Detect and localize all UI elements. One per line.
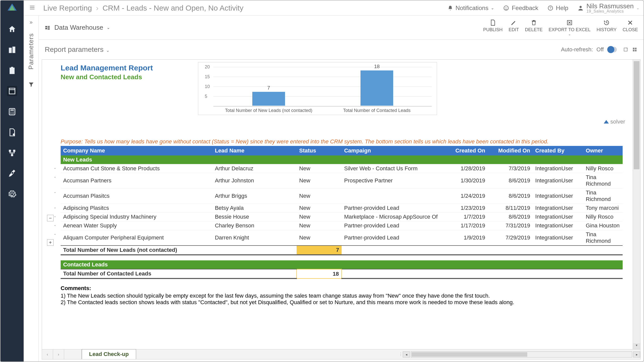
workflow-icon[interactable] [7,148,17,158]
svg-rect-3 [10,110,14,111]
svg-point-19 [580,6,582,8]
svg-point-7 [10,113,11,114]
comments-block: Comments: 1) The New Leads section shoul… [61,285,630,306]
calculator-icon[interactable] [7,107,17,117]
leads-table: Company Name Lead Name Status Campaign C… [61,146,623,279]
svg-point-5 [12,112,12,112]
report-params-bar: Report parameters⌄ Auto-refresh: Off [39,40,643,59]
hscroll-thumb[interactable] [412,352,527,357]
col-owner[interactable]: Owner [583,146,623,155]
close-button[interactable]: CLOSE [623,19,638,36]
auto-refresh-state: Off [596,46,604,53]
svg-rect-12 [13,150,15,152]
popout-icon[interactable] [623,47,628,52]
table-row[interactable]: Accumsan PartnersArthur JohnstonNewProsp… [61,173,623,188]
auto-refresh-toggle[interactable] [607,47,617,52]
col-status[interactable]: Status [297,146,342,155]
user-doc-icon[interactable] [7,127,17,137]
sheet-tab-active[interactable]: Lead Check-up [82,349,136,359]
svg-text:?: ? [549,6,551,10]
filter-icon[interactable] [28,82,34,89]
report-purpose: Purpose: Tells us how many leads have go… [61,138,630,145]
hscroll-left-icon[interactable]: ◂ [403,351,410,357]
help-button[interactable]: ? Help [547,5,568,12]
chevron-down-icon: ⌄ [491,6,494,10]
svg-rect-24 [635,50,636,51]
history-icon [603,19,610,26]
report-viewport: Lead Management Report New and Contacted… [42,59,640,359]
delete-button[interactable]: DELETE [525,19,543,36]
chevron-down-icon: ⌄ [107,25,110,30]
total-contacted-row: Total Number of Contacted Leads18 [61,269,623,278]
comment-line: 1) The New Leads section should typicall… [61,293,630,299]
col-lead[interactable]: Lead Name [212,146,297,155]
smile-icon [503,5,509,11]
collapse-new-leads-button[interactable]: − [47,215,54,221]
chevron-down-icon: ⌄ [568,32,571,36]
feedback-button[interactable]: Feedback [503,5,538,12]
edit-button[interactable]: EDIT [509,19,519,36]
table-row[interactable]: Contacted Leads [61,260,623,269]
tab-prev-button[interactable]: ‹ [42,349,53,359]
breadcrumb-root[interactable]: Live Reporting [43,4,92,12]
history-button[interactable]: HISTORY [597,19,617,36]
home-icon[interactable] [7,24,17,34]
svg-point-14 [504,6,508,10]
svg-point-15 [505,7,506,8]
trash-icon [531,19,537,26]
svg-rect-11 [9,150,11,152]
vertical-scrollbar[interactable]: ▾ [633,60,640,349]
report-sheet: Lead Management Report New and Contacted… [42,60,640,349]
parameters-panel-collapsed: » Parameters [24,16,39,361]
grid-icon[interactable] [632,47,637,52]
table-row[interactable]: Aliquam Computer Peripheral EquipmentDar… [61,230,623,246]
scrollbar-thumb[interactable] [634,61,639,169]
app-logo[interactable] [7,2,17,12]
clipboard-icon[interactable] [7,65,17,75]
building-icon[interactable] [7,45,17,55]
auto-refresh-label: Auto-refresh: [561,46,593,53]
settings-icon[interactable] [7,189,17,199]
export-excel-button[interactable]: EXPORT TO EXCEL⌄ [549,19,591,36]
topbar: Live Reporting › CRM - Leads - New and O… [24,1,643,16]
table-row[interactable]: Accumsan Cut Stone & Stone ProductsArthu… [61,164,623,173]
col-created[interactable]: Created On [443,146,488,155]
table-row[interactable]: New Leads [61,155,623,164]
data-source-picker[interactable]: Data Warehouse ⌄ [44,24,110,31]
notifications-button[interactable]: Notifications ⌄ [448,5,494,12]
svg-point-10 [13,133,15,136]
scroll-down-icon[interactable]: ▾ [633,343,640,349]
tools-icon[interactable] [7,169,17,179]
col-createdby[interactable]: Created By [533,146,583,155]
col-modified[interactable]: Modified On [488,146,533,155]
tab-next-button[interactable]: › [53,349,64,359]
table-row[interactable]: Adipiscing Special Industry MachineryBes… [61,213,623,221]
expand-contacted-leads-button[interactable]: + [47,239,54,246]
expand-panel-icon[interactable]: » [29,19,32,26]
parameters-label: Parameters [27,33,35,69]
pencil-icon [510,19,517,26]
table-row[interactable]: Adipiscing PlasitcsBetsy AyalaNewPartner… [61,204,623,213]
col-company[interactable]: Company Name [61,146,212,155]
svg-rect-23 [633,50,634,51]
chevron-down-icon: ⌄ [636,6,639,10]
solver-logo: solver [604,118,625,125]
table-row[interactable]: Accumsan PlasitcsArthur BriggsNew1/24/20… [61,188,623,204]
close-icon [627,20,633,26]
col-campaign[interactable]: Campaign [342,146,443,155]
chevron-down-icon: ⌄ [106,48,110,53]
hscroll-right-icon[interactable]: ▸ [633,351,640,357]
help-icon: ? [547,5,553,11]
publish-button[interactable]: PUBLISH [483,19,503,36]
report-params-toggle[interactable]: Report parameters⌄ [45,46,110,54]
svg-point-4 [10,112,11,112]
document-selected-icon[interactable] [7,86,17,96]
user-icon [577,5,584,11]
chevron-right-icon: › [96,4,98,12]
comments-header: Comments: [61,285,630,292]
table-row[interactable]: Aenean Water SupplyCharley BensonNewPart… [61,221,623,230]
menu-icon[interactable] [29,5,35,12]
document-icon [490,19,496,26]
user-menu[interactable]: Nils Rasmussen 19_Sales_Analytics ⌄ [577,3,639,13]
horizontal-scrollbar[interactable]: ⋮ ◂ ▸ [399,349,640,359]
